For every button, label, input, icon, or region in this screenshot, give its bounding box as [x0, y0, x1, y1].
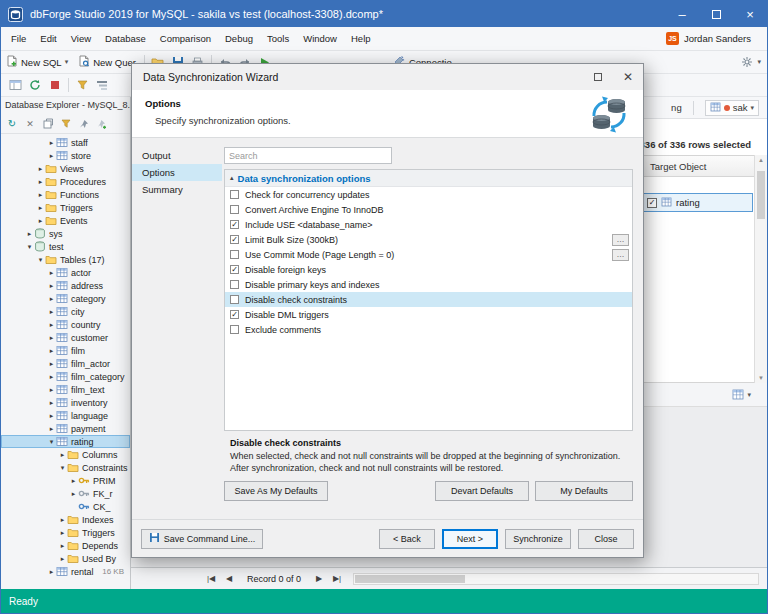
- expander-collapsed-icon[interactable]: ▸: [58, 529, 67, 537]
- expander-collapsed-icon[interactable]: ▸: [47, 269, 56, 277]
- menu-help[interactable]: Help: [344, 27, 378, 51]
- close-button[interactable]: ×: [733, 1, 767, 27]
- last-record-button[interactable]: ▶|: [329, 571, 345, 587]
- save-as-my-defaults-button[interactable]: Save As My Defaults: [224, 481, 328, 501]
- option-check-for-concurrency-updates[interactable]: Check for concurrency updates: [225, 187, 632, 202]
- tree-item-language[interactable]: ▸language: [1, 409, 130, 422]
- option-disable-check-constraints[interactable]: Disable check constraints: [225, 292, 632, 307]
- checkbox-checked-icon[interactable]: ✓: [230, 235, 239, 244]
- tree-item-address[interactable]: ▸address: [1, 279, 130, 292]
- expander-collapsed-icon[interactable]: ▸: [58, 451, 67, 459]
- wizard-nav-output[interactable]: Output: [132, 147, 222, 164]
- tree-item-payment[interactable]: ▸payment: [1, 422, 130, 435]
- layout-icon[interactable]: [5, 74, 25, 96]
- refresh-comparison-icon[interactable]: [25, 74, 45, 96]
- horizontal-scrollbar[interactable]: [353, 573, 759, 585]
- collapse-group-icon[interactable]: ▴: [225, 174, 238, 182]
- wizard-nav-options[interactable]: Options: [132, 164, 222, 181]
- checkbox-checked-icon[interactable]: ✓: [230, 310, 239, 319]
- group-icon[interactable]: [92, 74, 112, 96]
- checkbox-unchecked-icon[interactable]: [230, 250, 239, 259]
- my-defaults-button[interactable]: My Defaults: [535, 481, 633, 501]
- tree-item-film[interactable]: ▸film: [1, 344, 130, 357]
- duplicate-icon[interactable]: [40, 116, 56, 132]
- expander-collapsed-icon[interactable]: ▸: [47, 282, 56, 290]
- refresh-icon[interactable]: ↻: [4, 116, 20, 132]
- expander-expanded-icon[interactable]: ▾: [47, 438, 56, 446]
- tree-item-store[interactable]: ▸store: [1, 149, 130, 162]
- filter-icon[interactable]: [72, 74, 92, 96]
- maximize-button[interactable]: [699, 1, 733, 27]
- checkbox-checked-icon[interactable]: ✓: [230, 220, 239, 229]
- tree-item-procedures[interactable]: ▸Procedures: [1, 175, 130, 188]
- option-include-use-database-name[interactable]: ✓Include USE <database_name>: [225, 217, 632, 232]
- checkbox-unchecked-icon[interactable]: [230, 205, 239, 214]
- delete-icon[interactable]: ✕: [22, 116, 38, 132]
- tree-item-fk-r[interactable]: ▸FK_r: [1, 487, 130, 500]
- expander-collapsed-icon[interactable]: ▸: [47, 152, 56, 160]
- search-input[interactable]: [224, 147, 392, 164]
- option-limit-bulk-size-300kb[interactable]: ✓Limit Bulk Size (300kB)…: [225, 232, 632, 247]
- expander-collapsed-icon[interactable]: ▸: [69, 477, 78, 485]
- expander-collapsed-icon[interactable]: ▸: [25, 230, 34, 238]
- dialog-maximize-button[interactable]: [583, 64, 613, 90]
- option-exclude-comments[interactable]: Exclude comments: [225, 322, 632, 337]
- pin-icon[interactable]: [76, 116, 92, 132]
- database-combo[interactable]: sak ▾: [705, 100, 759, 116]
- synchronize-button[interactable]: Synchronize: [505, 529, 571, 549]
- expander-collapsed-icon[interactable]: ▸: [47, 425, 56, 433]
- option-disable-foreign-keys[interactable]: ✓Disable foreign keys: [225, 262, 632, 277]
- scroll-up-icon[interactable]: ▲: [758, 157, 764, 163]
- expander-expanded-icon[interactable]: ▾: [25, 243, 34, 251]
- column-header-target-object[interactable]: Target Object: [643, 156, 754, 176]
- tree-item-ck[interactable]: CK_: [1, 500, 130, 513]
- back-button[interactable]: < Back: [379, 529, 435, 549]
- wizard-nav-summary[interactable]: Summary: [132, 181, 222, 198]
- tree-item-sys[interactable]: ▸sys: [1, 227, 130, 240]
- chevron-down-icon[interactable]: ▾: [757, 58, 761, 66]
- prev-record-button[interactable]: ◀: [221, 571, 237, 587]
- menu-comparison[interactable]: Comparison: [153, 27, 218, 51]
- menu-view[interactable]: View: [64, 27, 98, 51]
- tree-item-test[interactable]: ▾test: [1, 240, 130, 253]
- expander-collapsed-icon[interactable]: ▸: [69, 490, 78, 498]
- checkbox-unchecked-icon[interactable]: [230, 295, 239, 304]
- tree-item-used-by[interactable]: ▸Used By: [1, 552, 130, 565]
- next-record-button[interactable]: ▶: [311, 571, 327, 587]
- save-command-line-button[interactable]: Save Command Line...: [141, 529, 263, 549]
- stop-icon[interactable]: [45, 74, 65, 96]
- tree-item-depends[interactable]: ▸Depends: [1, 539, 130, 552]
- tree-item-category[interactable]: ▸category: [1, 292, 130, 305]
- expander-collapsed-icon[interactable]: ▸: [47, 386, 56, 394]
- first-record-button[interactable]: |◀: [203, 571, 219, 587]
- expander-collapsed-icon[interactable]: ▸: [47, 412, 56, 420]
- checkbox-unchecked-icon[interactable]: [230, 280, 239, 289]
- menu-database[interactable]: Database: [98, 27, 153, 51]
- menu-debug[interactable]: Debug: [218, 27, 260, 51]
- menu-file[interactable]: File: [4, 27, 33, 51]
- options-group-header[interactable]: ▴ Data synchronization options: [225, 170, 632, 187]
- checkbox-unchecked-icon[interactable]: [230, 325, 239, 334]
- scrollbar-thumb[interactable]: [355, 575, 465, 583]
- ellipsis-button[interactable]: …: [612, 249, 629, 261]
- tree-item-rental[interactable]: ▸rental16 KB: [1, 565, 130, 578]
- grid-view-icon[interactable]: [732, 386, 744, 404]
- expander-collapsed-icon[interactable]: ▸: [47, 139, 56, 147]
- expander-collapsed-icon[interactable]: ▸: [36, 191, 45, 199]
- tree-item-staff[interactable]: ▸staff: [1, 136, 130, 149]
- expander-collapsed-icon[interactable]: ▸: [58, 542, 67, 550]
- new-pin-icon[interactable]: [94, 116, 110, 132]
- option-convert-archive-engine-to-innodb[interactable]: Convert Archive Engine To InnoDB: [225, 202, 632, 217]
- tree-item-actor[interactable]: ▸actor: [1, 266, 130, 279]
- tree-item-film-text[interactable]: ▸film_text: [1, 383, 130, 396]
- expander-collapsed-icon[interactable]: ▸: [47, 334, 56, 342]
- option-disable-dml-triggers[interactable]: ✓Disable DML triggers: [225, 307, 632, 322]
- tree-item-city[interactable]: ▸city: [1, 305, 130, 318]
- option-use-commit-mode-page-length-0[interactable]: Use Commit Mode (Page Length = 0)…: [225, 247, 632, 262]
- checkbox-checked-icon[interactable]: ✓: [230, 265, 239, 274]
- tree-item-customer[interactable]: ▸customer: [1, 331, 130, 344]
- expander-collapsed-icon[interactable]: ▸: [47, 295, 56, 303]
- expander-collapsed-icon[interactable]: ▸: [58, 516, 67, 524]
- filter-icon[interactable]: [58, 116, 74, 132]
- tree-item-columns[interactable]: ▸Columns: [1, 448, 130, 461]
